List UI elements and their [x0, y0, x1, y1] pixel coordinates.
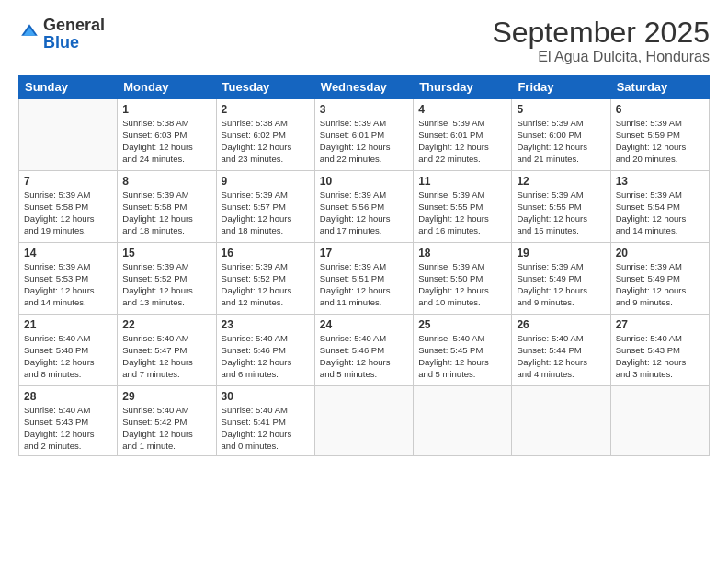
- header-row: Sunday Monday Tuesday Wednesday Thursday…: [19, 75, 710, 99]
- table-cell: 29Sunrise: 5:40 AM Sunset: 5:42 PM Dayli…: [118, 386, 216, 456]
- table-cell: [19, 99, 118, 171]
- table-cell: 17Sunrise: 5:39 AM Sunset: 5:51 PM Dayli…: [314, 243, 413, 315]
- day-number: 14: [24, 247, 112, 259]
- day-info: Sunrise: 5:40 AM Sunset: 5:44 PM Dayligh…: [517, 333, 605, 380]
- location-subtitle: El Agua Dulcita, Honduras: [492, 49, 710, 65]
- day-number: 9: [222, 175, 310, 188]
- day-info: Sunrise: 5:39 AM Sunset: 5:55 PM Dayligh…: [517, 190, 605, 236]
- table-cell: 25Sunrise: 5:40 AM Sunset: 5:45 PM Dayli…: [414, 315, 512, 386]
- day-number: 24: [320, 318, 408, 331]
- table-row: 1Sunrise: 5:38 AM Sunset: 6:03 PM Daylig…: [19, 99, 710, 171]
- table-cell: 3Sunrise: 5:39 AM Sunset: 6:01 PM Daylig…: [314, 99, 413, 171]
- month-title: September 2025: [492, 17, 710, 49]
- day-number: 2: [222, 103, 310, 116]
- table-cell: 9Sunrise: 5:39 AM Sunset: 5:57 PM Daylig…: [216, 171, 314, 243]
- day-info: Sunrise: 5:40 AM Sunset: 5:41 PM Dayligh…: [222, 405, 310, 452]
- col-tuesday: Tuesday: [216, 75, 314, 99]
- table-cell: 1Sunrise: 5:38 AM Sunset: 6:03 PM Daylig…: [118, 99, 216, 171]
- table-cell: 16Sunrise: 5:39 AM Sunset: 5:52 PM Dayli…: [216, 243, 314, 315]
- day-number: 12: [517, 175, 605, 188]
- table-cell: 22Sunrise: 5:40 AM Sunset: 5:47 PM Dayli…: [118, 315, 216, 386]
- day-info: Sunrise: 5:39 AM Sunset: 5:49 PM Dayligh…: [616, 261, 704, 308]
- table-row: 28Sunrise: 5:40 AM Sunset: 5:43 PM Dayli…: [19, 386, 710, 456]
- col-thursday: Thursday: [414, 75, 512, 99]
- logo: General Blue: [18, 17, 105, 52]
- table-cell: [314, 386, 413, 456]
- table-cell: 24Sunrise: 5:40 AM Sunset: 5:46 PM Dayli…: [314, 315, 413, 386]
- day-info: Sunrise: 5:40 AM Sunset: 5:47 PM Dayligh…: [122, 333, 210, 380]
- col-monday: Monday: [118, 75, 216, 99]
- table-cell: 12Sunrise: 5:39 AM Sunset: 5:55 PM Dayli…: [512, 171, 610, 243]
- day-number: 10: [320, 175, 408, 188]
- day-info: Sunrise: 5:39 AM Sunset: 6:01 PM Dayligh…: [320, 118, 408, 165]
- col-saturday: Saturday: [610, 75, 709, 99]
- calendar-body: 1Sunrise: 5:38 AM Sunset: 6:03 PM Daylig…: [19, 99, 710, 456]
- day-info: Sunrise: 5:40 AM Sunset: 5:48 PM Dayligh…: [24, 333, 112, 380]
- day-number: 21: [24, 318, 112, 331]
- day-info: Sunrise: 5:39 AM Sunset: 5:54 PM Dayligh…: [616, 190, 704, 236]
- day-number: 7: [24, 175, 112, 188]
- table-cell: 28Sunrise: 5:40 AM Sunset: 5:43 PM Dayli…: [19, 386, 118, 456]
- day-info: Sunrise: 5:39 AM Sunset: 5:52 PM Dayligh…: [222, 261, 310, 308]
- table-cell: 26Sunrise: 5:40 AM Sunset: 5:44 PM Dayli…: [512, 315, 610, 386]
- table-row: 14Sunrise: 5:39 AM Sunset: 5:53 PM Dayli…: [19, 243, 710, 315]
- table-row: 21Sunrise: 5:40 AM Sunset: 5:48 PM Dayli…: [19, 315, 710, 386]
- table-cell: 15Sunrise: 5:39 AM Sunset: 5:52 PM Dayli…: [118, 243, 216, 315]
- day-number: 16: [222, 247, 310, 259]
- calendar-header: Sunday Monday Tuesday Wednesday Thursday…: [19, 75, 710, 99]
- table-cell: 2Sunrise: 5:38 AM Sunset: 6:02 PM Daylig…: [216, 99, 314, 171]
- day-info: Sunrise: 5:40 AM Sunset: 5:46 PM Dayligh…: [222, 333, 310, 380]
- table-cell: 6Sunrise: 5:39 AM Sunset: 5:59 PM Daylig…: [610, 99, 709, 171]
- day-number: 4: [418, 103, 506, 116]
- day-number: 17: [320, 247, 408, 259]
- day-info: Sunrise: 5:40 AM Sunset: 5:43 PM Dayligh…: [24, 405, 112, 452]
- day-number: 19: [517, 247, 605, 259]
- day-number: 20: [616, 247, 704, 259]
- day-number: 28: [24, 390, 112, 403]
- header: General Blue September 2025 El Agua Dulc…: [18, 17, 710, 65]
- day-number: 15: [122, 247, 210, 259]
- table-cell: 7Sunrise: 5:39 AM Sunset: 5:58 PM Daylig…: [19, 171, 118, 243]
- day-info: Sunrise: 5:39 AM Sunset: 5:57 PM Dayligh…: [222, 190, 310, 236]
- day-info: Sunrise: 5:40 AM Sunset: 5:46 PM Dayligh…: [320, 333, 408, 380]
- table-cell: 27Sunrise: 5:40 AM Sunset: 5:43 PM Dayli…: [610, 315, 709, 386]
- day-number: 23: [222, 318, 310, 331]
- table-cell: 4Sunrise: 5:39 AM Sunset: 6:01 PM Daylig…: [414, 99, 512, 171]
- logo-text: General Blue: [43, 17, 105, 52]
- day-info: Sunrise: 5:39 AM Sunset: 5:58 PM Dayligh…: [122, 190, 210, 236]
- day-number: 22: [122, 318, 210, 331]
- col-sunday: Sunday: [19, 75, 118, 99]
- day-number: 6: [616, 103, 704, 116]
- table-cell: 5Sunrise: 5:39 AM Sunset: 6:00 PM Daylig…: [512, 99, 610, 171]
- day-number: 29: [122, 390, 210, 403]
- col-wednesday: Wednesday: [314, 75, 413, 99]
- table-cell: [414, 386, 512, 456]
- day-number: 13: [616, 175, 704, 188]
- day-info: Sunrise: 5:39 AM Sunset: 5:52 PM Dayligh…: [122, 261, 210, 308]
- day-number: 5: [517, 103, 605, 116]
- table-cell: [512, 386, 610, 456]
- day-info: Sunrise: 5:39 AM Sunset: 5:49 PM Dayligh…: [517, 261, 605, 308]
- day-info: Sunrise: 5:39 AM Sunset: 5:53 PM Dayligh…: [24, 261, 112, 308]
- table-cell: 13Sunrise: 5:39 AM Sunset: 5:54 PM Dayli…: [610, 171, 709, 243]
- day-number: 30: [222, 390, 310, 403]
- table-cell: 10Sunrise: 5:39 AM Sunset: 5:56 PM Dayli…: [314, 171, 413, 243]
- table-cell: [610, 386, 709, 456]
- day-info: Sunrise: 5:39 AM Sunset: 5:59 PM Dayligh…: [616, 118, 704, 165]
- day-info: Sunrise: 5:39 AM Sunset: 5:51 PM Dayligh…: [320, 261, 408, 308]
- day-info: Sunrise: 5:38 AM Sunset: 6:03 PM Dayligh…: [122, 118, 210, 165]
- table-cell: 21Sunrise: 5:40 AM Sunset: 5:48 PM Dayli…: [19, 315, 118, 386]
- day-info: Sunrise: 5:39 AM Sunset: 5:58 PM Dayligh…: [24, 190, 112, 236]
- day-info: Sunrise: 5:38 AM Sunset: 6:02 PM Dayligh…: [222, 118, 310, 165]
- table-row: 7Sunrise: 5:39 AM Sunset: 5:58 PM Daylig…: [19, 171, 710, 243]
- day-info: Sunrise: 5:39 AM Sunset: 6:01 PM Dayligh…: [418, 118, 506, 165]
- col-friday: Friday: [512, 75, 610, 99]
- day-number: 25: [418, 318, 506, 331]
- day-info: Sunrise: 5:39 AM Sunset: 5:55 PM Dayligh…: [418, 190, 506, 236]
- table-cell: 14Sunrise: 5:39 AM Sunset: 5:53 PM Dayli…: [19, 243, 118, 315]
- day-info: Sunrise: 5:40 AM Sunset: 5:42 PM Dayligh…: [122, 405, 210, 452]
- page: General Blue September 2025 El Agua Dulc…: [0, 0, 728, 563]
- day-info: Sunrise: 5:39 AM Sunset: 5:50 PM Dayligh…: [418, 261, 506, 308]
- table-cell: 20Sunrise: 5:39 AM Sunset: 5:49 PM Dayli…: [610, 243, 709, 315]
- day-info: Sunrise: 5:40 AM Sunset: 5:45 PM Dayligh…: [418, 333, 506, 380]
